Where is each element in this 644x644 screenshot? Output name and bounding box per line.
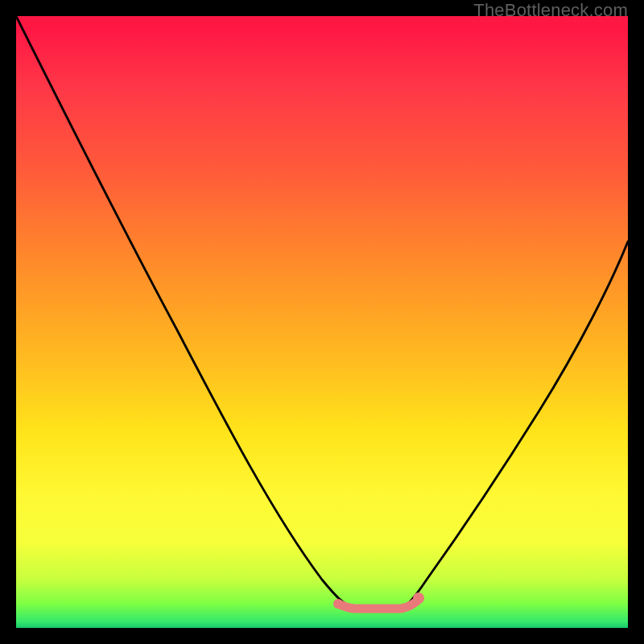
bottleneck-curve xyxy=(16,16,628,608)
chart-frame: TheBottleneck.com xyxy=(0,0,644,644)
plot-area xyxy=(16,16,628,628)
plateau-highlight xyxy=(338,600,419,609)
plateau-dot-right xyxy=(413,592,424,604)
attribution-text: TheBottleneck.com xyxy=(473,0,628,21)
plateau-dot-left xyxy=(333,599,343,609)
chart-svg xyxy=(16,16,628,628)
